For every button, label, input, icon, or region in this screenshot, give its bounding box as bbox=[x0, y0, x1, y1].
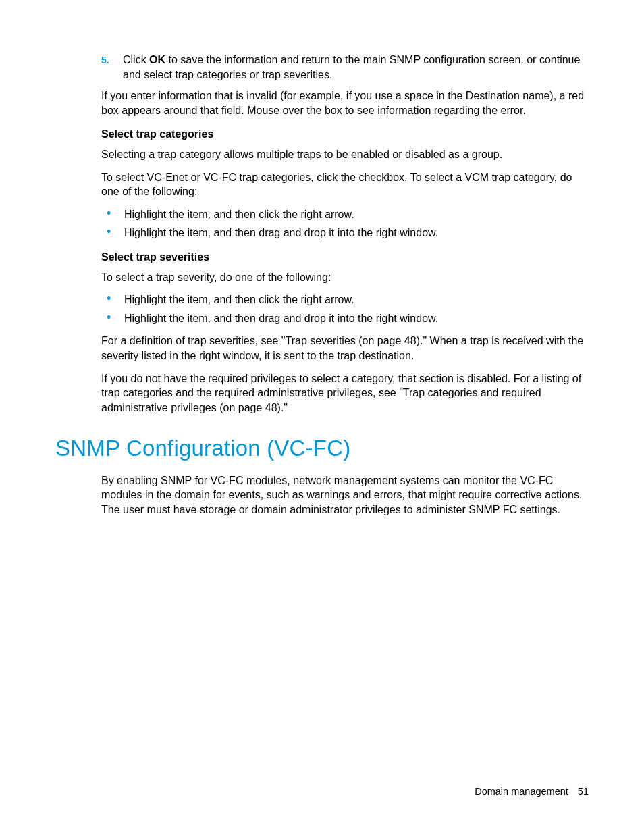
list-item: Highlight the item, and then click the r… bbox=[101, 292, 589, 307]
content-column: If you enter information that is invalid… bbox=[101, 88, 589, 415]
page: 5. Click OK to save the information and … bbox=[0, 0, 644, 834]
step-body: Click OK to save the information and ret… bbox=[123, 53, 589, 82]
step-number: 5. bbox=[101, 53, 123, 82]
paragraph: Selecting a trap category allows multipl… bbox=[101, 147, 589, 162]
list-item: Highlight the item, and then drag and dr… bbox=[101, 226, 589, 240]
list-item: Highlight the item, and then drag and dr… bbox=[101, 311, 589, 326]
step-text-prefix: Click bbox=[123, 54, 149, 66]
content-column: 5. Click OK to save the information and … bbox=[101, 53, 589, 82]
paragraph: To select a trap severity, do one of the… bbox=[101, 270, 589, 285]
footer-label: Domain management bbox=[475, 786, 568, 797]
page-footer: Domain management 51 bbox=[475, 785, 589, 799]
paragraph: To select VC-Enet or VC-FC trap categori… bbox=[101, 170, 589, 199]
step-text-suffix: to save the information and return to th… bbox=[123, 54, 580, 80]
step-5: 5. Click OK to save the information and … bbox=[101, 53, 589, 82]
subheading-trap-categories: Select trap categories bbox=[101, 127, 589, 142]
list-item: Highlight the item, and then click the r… bbox=[101, 207, 589, 222]
footer-page-number: 51 bbox=[578, 786, 589, 797]
subheading-trap-severities: Select trap severities bbox=[101, 250, 589, 265]
step-text-bold: OK bbox=[149, 54, 165, 66]
section-title: SNMP Configuration (VC-FC) bbox=[55, 434, 589, 464]
content-column: By enabling SNMP for VC-FC modules, netw… bbox=[101, 473, 589, 517]
section-body: By enabling SNMP for VC-FC modules, netw… bbox=[101, 473, 589, 517]
bullet-list: Highlight the item, and then click the r… bbox=[101, 292, 589, 325]
paragraph: For a definition of trap severities, see… bbox=[101, 334, 589, 363]
bullet-list: Highlight the item, and then click the r… bbox=[101, 207, 589, 240]
paragraph-invalid-info: If you enter information that is invalid… bbox=[101, 88, 589, 118]
paragraph: If you do not have the required privileg… bbox=[101, 371, 589, 415]
